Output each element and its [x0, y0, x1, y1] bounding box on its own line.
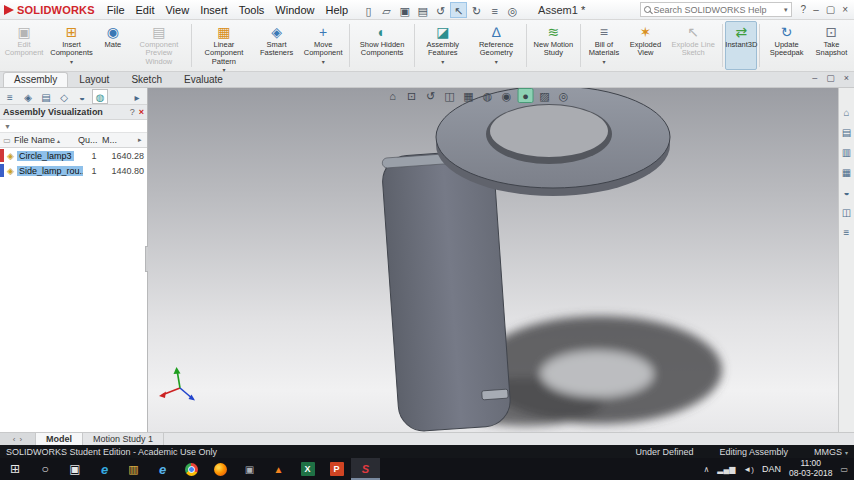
ribbon-button-reference-geometry[interactable]: ∆ Reference Geometry ▾ [469, 21, 524, 70]
table-row[interactable]: ◈ Side_lamp_rou... 1 1440.80 [0, 163, 147, 178]
file-properties-icon[interactable]: ≡ [486, 2, 503, 18]
search-button[interactable]: ○ [30, 458, 60, 480]
view-settings-icon[interactable]: ◎ [556, 88, 572, 103]
apply-scene-icon[interactable]: ▨ [537, 88, 553, 103]
table-row[interactable]: ◈ Circle_lamp3 1 1640.28 [0, 148, 147, 163]
appearances-icon[interactable]: ◒ [843, 188, 849, 198]
doc-close-icon[interactable]: × [844, 73, 849, 83]
save-icon[interactable]: ▣ [396, 2, 413, 18]
doc-minimize-icon[interactable]: – [812, 73, 817, 83]
featuremanager-tree-tab[interactable]: ≡ [2, 89, 18, 104]
tab-scroll-right-icon[interactable]: › [20, 435, 23, 444]
chevron-down-icon[interactable]: ▾ [495, 59, 498, 65]
tab-sketch[interactable]: Sketch [120, 72, 173, 87]
units-selector[interactable]: MMGS▾ [814, 447, 848, 457]
panel-close-icon[interactable]: × [139, 107, 144, 117]
task-view-button[interactable]: ▣ [60, 458, 90, 480]
new-document-icon[interactable]: ▯ [360, 2, 377, 18]
ribbon-button-explode-line-sketch[interactable]: ↖ Explode Line Sketch [666, 21, 720, 70]
section-view-icon[interactable]: ◫ [442, 88, 458, 103]
taskbar-app-chrome[interactable] [177, 458, 206, 480]
part-name[interactable]: Side_lamp_rou... [17, 166, 83, 176]
tab-scroll-left-icon[interactable]: ‹ [13, 435, 16, 444]
tab-motion-study-1[interactable]: Motion Study 1 [83, 433, 164, 445]
taskbar-app-file-explorer[interactable]: ▥ [119, 458, 148, 480]
hide-show-items-icon[interactable]: ◉ [499, 88, 515, 103]
network-icon[interactable]: ▂▄▆ [717, 465, 735, 474]
dimxpert-tab[interactable]: ◇ [56, 89, 72, 104]
tab-model[interactable]: Model [36, 433, 83, 445]
tab-overflow-icon[interactable]: ▸ [129, 89, 145, 104]
volume-icon[interactable]: ◄) [743, 465, 754, 474]
previous-view-icon[interactable]: ↺ [423, 88, 439, 103]
scenes-icon[interactable]: ◫ [842, 208, 851, 218]
tab-assembly[interactable]: Assembly [3, 72, 68, 87]
taskbar-app-settings[interactable]: ▣ [235, 458, 264, 480]
zoom-area-icon[interactable]: ⊡ [404, 88, 420, 103]
minimize-icon[interactable]: – [813, 2, 819, 18]
display-style-icon[interactable]: ◍ [480, 88, 496, 103]
close-icon[interactable]: × [842, 2, 848, 18]
propertymanager-tab[interactable]: ◈ [20, 89, 36, 104]
ribbon-button-exploded-view[interactable]: ✶ Exploded View [625, 21, 666, 70]
file-explorer-icon[interactable]: ▥ [842, 148, 851, 158]
view-palette-icon[interactable]: ▦ [842, 168, 851, 178]
column-header-quantity[interactable]: Qu... [78, 135, 102, 145]
chevron-down-icon[interactable]: ▾ [602, 59, 605, 65]
ribbon-button-move-component[interactable]: + Move Component ▾ [299, 21, 347, 70]
doc-restore-icon[interactable]: ▢ [826, 73, 835, 83]
ribbon-button-take-snapshot[interactable]: ⊡ Take Snapshot [811, 21, 852, 70]
design-library-icon[interactable]: ▤ [842, 128, 851, 138]
chevron-down-icon[interactable]: ▾ [322, 59, 325, 65]
view-orientation-icon[interactable]: ▦ [461, 88, 477, 103]
notification-center-icon[interactable]: ▭ [840, 465, 848, 474]
help-icon[interactable]: ? [801, 2, 807, 18]
taskbar-app-vlc[interactable]: ▲ [264, 458, 293, 480]
column-header-mass[interactable]: M... [102, 135, 138, 145]
3d-model-canvas[interactable] [148, 88, 838, 432]
visualization-tab[interactable]: ◍ [92, 89, 108, 104]
taskbar-app-internet-explorer[interactable]: e [148, 458, 177, 480]
edit-appearance-icon[interactable]: ● [518, 88, 534, 103]
language-indicator[interactable]: DAN [762, 464, 781, 474]
menu-tools[interactable]: Tools [234, 2, 270, 18]
help-search-box[interactable]: ▾ [640, 2, 792, 17]
filter-icon[interactable]: ▼ [4, 123, 11, 130]
ribbon-button-new-motion-study[interactable]: ≋ New Motion Study [529, 21, 578, 70]
options-icon[interactable]: ◎ [504, 2, 521, 18]
configurationmanager-tab[interactable]: ▤ [38, 89, 54, 104]
ribbon-button-edit-component[interactable]: ▣ Edit Component [2, 21, 46, 70]
ribbon-button-update-speedpak[interactable]: ↻ Update Speedpak [762, 21, 811, 70]
taskbar-app-solidworks[interactable]: S [351, 458, 380, 480]
clock[interactable]: 11:00 08-03-2018 [789, 459, 832, 479]
open-icon[interactable]: ▱ [378, 2, 395, 18]
menu-view[interactable]: View [160, 2, 194, 18]
start-button[interactable]: ⊞ [0, 458, 30, 480]
taskbar-app-powerpoint[interactable]: P [322, 458, 351, 480]
ribbon-button-linear-component-pattern[interactable]: ▦ Linear Component Pattern ▾ [194, 21, 254, 70]
ribbon-button-mate[interactable]: ◉ Mate [97, 21, 129, 70]
restore-icon[interactable]: ▢ [826, 2, 835, 18]
chevron-down-icon[interactable]: ▾ [441, 59, 444, 65]
chevron-down-icon[interactable]: ▾ [70, 59, 73, 65]
rebuild-icon[interactable]: ↻ [468, 2, 485, 18]
displaymanager-tab[interactable]: ◒ [74, 89, 90, 104]
tray-chevron-icon[interactable]: ∧ [704, 465, 710, 474]
taskbar-app-edge[interactable]: e [90, 458, 119, 480]
menu-help[interactable]: Help [320, 2, 353, 18]
ribbon-button-insert-components[interactable]: ⊞ Insert Components ▾ [46, 21, 97, 70]
flat-view-icon[interactable]: ▭ [0, 136, 14, 145]
undo-icon[interactable]: ↺ [432, 2, 449, 18]
column-expand-icon[interactable]: ▸ [138, 136, 147, 144]
column-header-file-name[interactable]: File Name ▴ [14, 135, 78, 145]
select-pointer-icon[interactable]: ↖ [450, 2, 467, 18]
ribbon-button-show-hidden-components[interactable]: ◐ Show Hidden Components [352, 21, 412, 70]
search-caret-icon[interactable]: ▾ [784, 6, 788, 14]
part-name[interactable]: Circle_lamp3 [17, 151, 74, 161]
viewport[interactable]: ⌂ ⊡ ↺ ◫ ▦ ◍ ◉ ● ▨ ◎ [148, 88, 838, 432]
tab-evaluate[interactable]: Evaluate [173, 72, 234, 87]
zoom-fit-icon[interactable]: ⌂ [385, 88, 401, 103]
taskbar-app-excel[interactable]: X [293, 458, 322, 480]
menu-insert[interactable]: Insert [195, 2, 233, 18]
ribbon-button-assembly-features[interactable]: ◪ Assembly Features ▾ [417, 21, 468, 70]
